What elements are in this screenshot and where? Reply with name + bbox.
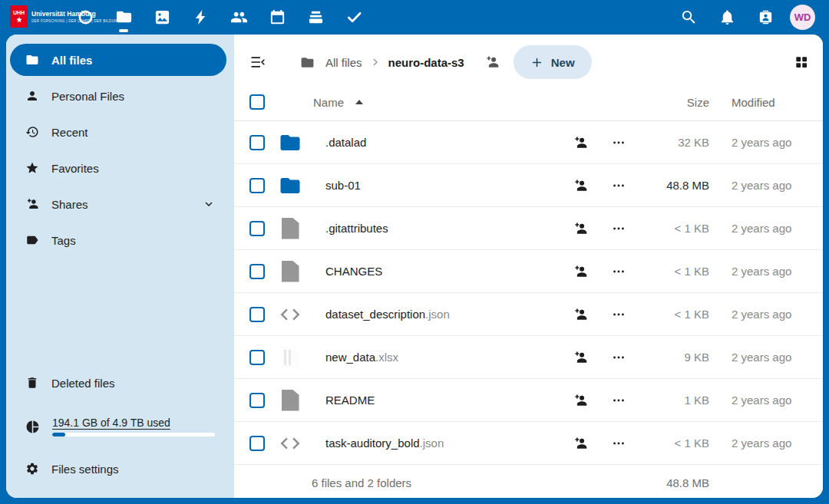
app-photos[interactable]: [143, 0, 181, 35]
sidebar-toggle-icon: [249, 54, 266, 71]
toggle-sidebar-button[interactable]: [249, 54, 266, 71]
storage-quota[interactable]: 194.1 GB of 4.9 TB used: [10, 404, 226, 449]
person-plus-icon: [573, 393, 588, 408]
sidebar-item-recent[interactable]: Recent: [10, 116, 226, 148]
files-count-summary: 6 files and 2 folders: [312, 476, 638, 489]
person-plus-icon: [573, 221, 588, 236]
photos-icon: [154, 8, 171, 26]
actions-menu-button[interactable]: [599, 306, 638, 323]
app-activity[interactable]: [181, 0, 220, 35]
sidebar-item-shares[interactable]: Shares: [10, 188, 226, 220]
share-button[interactable]: [561, 263, 599, 280]
row-checkbox[interactable]: [249, 436, 265, 451]
row-checkbox[interactable]: [249, 393, 265, 408]
actions-menu-button[interactable]: [599, 263, 638, 280]
file-row[interactable]: CHANGES < 1 KB 2 years ago: [234, 250, 823, 293]
share-folder-button[interactable]: [484, 54, 500, 70]
folder-icon: [278, 131, 302, 154]
file-row[interactable]: README 1 KB 2 years ago: [234, 379, 823, 422]
app-dashboard[interactable]: [66, 0, 104, 35]
file-name[interactable]: .gitattributes: [325, 222, 561, 235]
file-size: < 1 KB: [638, 436, 709, 450]
row-checkbox[interactable]: [249, 135, 265, 150]
file-name[interactable]: README: [325, 394, 561, 407]
breadcrumb-current-folder[interactable]: neuro-data-s3: [388, 56, 464, 69]
sidebar-item-files-settings[interactable]: Files settings: [10, 453, 226, 485]
ellipsis-icon: [611, 264, 626, 279]
grid-view-toggle-button[interactable]: [794, 54, 809, 70]
contacts-menu-button[interactable]: [746, 0, 784, 35]
row-checkbox[interactable]: [249, 350, 265, 365]
actions-menu-button[interactable]: [599, 392, 638, 409]
app-contacts[interactable]: [220, 0, 258, 35]
breadcrumb-root[interactable]: All files: [325, 56, 362, 69]
sidebar-item-deleted-files[interactable]: Deleted files: [10, 367, 226, 399]
file-name[interactable]: CHANGES: [325, 265, 561, 278]
file-name[interactable]: dataset_description.json: [325, 308, 561, 321]
actions-menu-button[interactable]: [599, 220, 638, 237]
file-size: 48.8 MB: [638, 179, 709, 192]
sidebar-item-favorites[interactable]: Favorites: [10, 152, 226, 184]
row-checkbox[interactable]: [249, 178, 265, 193]
file-name[interactable]: .datalad: [325, 136, 561, 149]
bell-icon: [718, 8, 736, 26]
share-button[interactable]: [561, 392, 599, 409]
actions-menu-button[interactable]: [599, 349, 638, 366]
file-row[interactable]: .gitattributes < 1 KB 2 years ago: [234, 207, 823, 250]
row-checkbox[interactable]: [249, 264, 265, 279]
pie-chart-icon: [25, 420, 40, 434]
share-button[interactable]: [561, 435, 599, 452]
file-row[interactable]: new_data.xlsx 9 KB 2 years ago: [234, 336, 823, 379]
files-folder-icon: [115, 8, 133, 26]
file-row[interactable]: .datalad 32 KB 2 years ago: [234, 121, 823, 164]
column-header-size[interactable]: Size: [638, 96, 709, 109]
person-plus-icon: [573, 264, 588, 279]
file-row[interactable]: dataset_description.json < 1 KB 2 years …: [234, 293, 823, 336]
person-plus-icon: [573, 135, 588, 150]
sidebar-item-all-files[interactable]: All files: [10, 44, 226, 76]
actions-menu-button[interactable]: [599, 134, 638, 151]
file-name[interactable]: sub-01: [325, 179, 561, 192]
share-button[interactable]: [561, 349, 599, 366]
uhh-emblem-icon: [15, 16, 23, 24]
file-row[interactable]: sub-01 48.8 MB 2 years ago: [234, 164, 823, 207]
file-list-summary: 6 files and 2 folders 48.8 MB: [234, 465, 823, 498]
plus-icon: [530, 56, 543, 69]
share-button[interactable]: [561, 220, 599, 237]
app-files[interactable]: [104, 0, 143, 35]
app-calendar[interactable]: [258, 0, 296, 35]
column-header-modified[interactable]: Modified: [709, 96, 792, 109]
file-modified: 2 years ago: [709, 308, 792, 321]
file-name[interactable]: task-auditory_bold.json: [325, 436, 561, 450]
share-button[interactable]: [561, 177, 599, 194]
contact-card-icon: [757, 8, 775, 26]
app-tasks[interactable]: [335, 0, 373, 35]
column-header-name[interactable]: Name: [313, 96, 363, 109]
actions-menu-button[interactable]: [599, 177, 638, 194]
file-modified: 2 years ago: [709, 436, 792, 450]
sidebar-item-tags[interactable]: Tags: [10, 224, 226, 256]
share-button[interactable]: [561, 306, 599, 323]
new-button[interactable]: New: [514, 45, 592, 79]
sidebar-bottom: Deleted files 194.1 GB of 4.9 TB used Fi…: [6, 367, 234, 498]
spreadsheet-file-icon: [278, 347, 302, 368]
expand-shares-button[interactable]: [202, 197, 216, 211]
app-content: All files Personal Files Recent Favorite…: [6, 35, 823, 498]
file-row[interactable]: task-auditory_bold.json < 1 KB 2 years a…: [234, 422, 823, 465]
sidebar-item-label: Recent: [51, 126, 88, 139]
notifications-button[interactable]: [708, 0, 746, 35]
actions-menu-button[interactable]: [599, 435, 638, 452]
user-avatar[interactable]: WD: [790, 5, 815, 30]
row-checkbox[interactable]: [249, 307, 265, 322]
share-button[interactable]: [561, 134, 599, 151]
file-name[interactable]: new_data.xlsx: [325, 351, 561, 364]
breadcrumb-folder-icon[interactable]: [300, 55, 315, 70]
sidebar-item-label: Deleted files: [51, 377, 115, 390]
folder-icon: [278, 174, 302, 197]
file-modified: 2 years ago: [709, 136, 792, 149]
row-checkbox[interactable]: [249, 221, 265, 236]
app-deck[interactable]: [296, 0, 335, 35]
select-all-checkbox[interactable]: [249, 94, 265, 110]
sidebar-item-personal-files[interactable]: Personal Files: [10, 80, 226, 112]
search-button[interactable]: [669, 0, 708, 35]
